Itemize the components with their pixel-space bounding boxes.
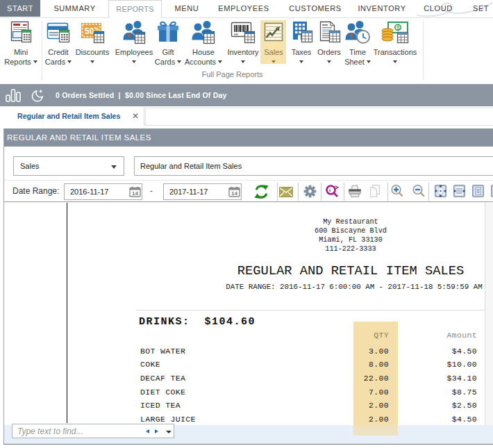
svg-text:$: $ xyxy=(396,24,400,31)
svg-text:14: 14 xyxy=(231,190,237,197)
svg-text:%: % xyxy=(94,26,99,32)
svg-text:‹: ‹ xyxy=(329,186,331,194)
svg-text:14: 14 xyxy=(132,190,138,197)
svg-text:50: 50 xyxy=(85,26,94,36)
svg-text:68K: 68K xyxy=(234,33,239,36)
